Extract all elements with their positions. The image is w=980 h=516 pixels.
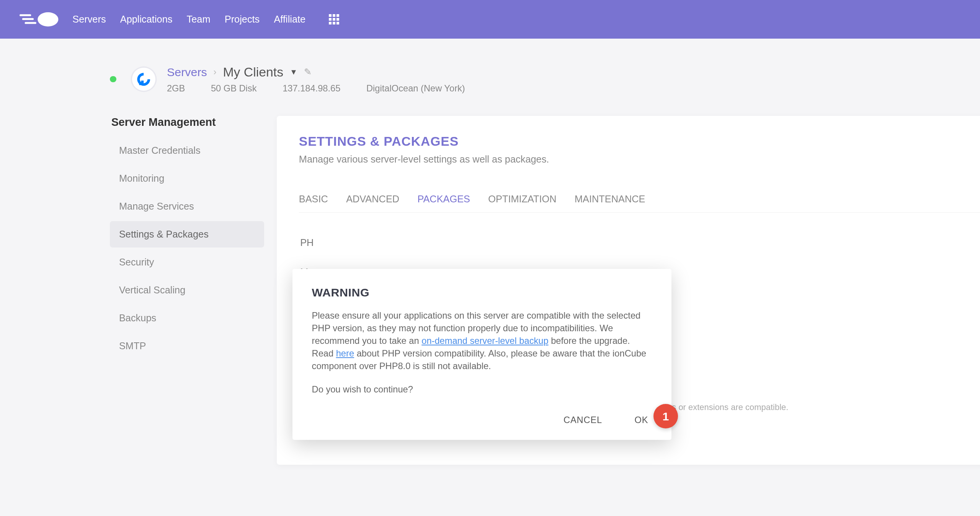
apps-grid-icon[interactable] xyxy=(329,14,339,24)
provider-logo xyxy=(132,68,155,91)
sidebar-title: Server Management xyxy=(110,116,264,129)
panel-title: SETTINGS & PACKAGES xyxy=(299,134,549,149)
here-link[interactable]: here xyxy=(336,348,354,358)
svg-rect-2 xyxy=(24,22,36,24)
cancel-button[interactable]: CANCEL xyxy=(564,415,602,425)
server-ip: 137.184.98.65 xyxy=(283,83,340,94)
svg-point-3 xyxy=(38,12,58,26)
modal-body: Please ensure all your applications on t… xyxy=(312,309,652,373)
tab[interactable]: OPTIMIZATION xyxy=(488,186,556,212)
status-indicator xyxy=(110,76,116,83)
sidebar-item[interactable]: SMTP xyxy=(110,333,264,360)
svg-rect-13 xyxy=(139,83,141,85)
server-header: Servers › My Clients ▼ ✎ 2GB 50 GB Disk … xyxy=(110,65,980,94)
sidebar-item[interactable]: Master Credentials xyxy=(110,137,264,164)
server-name: My Clients xyxy=(223,65,283,80)
tab[interactable]: ADVANCED xyxy=(346,186,399,212)
backup-link[interactable]: on-demand server-level backup xyxy=(421,336,548,346)
logo[interactable] xyxy=(20,10,60,28)
server-ram: 2GB xyxy=(167,83,185,94)
main-nav: Servers Applications Team Projects Affil… xyxy=(72,14,305,25)
edit-icon[interactable]: ✎ xyxy=(304,67,312,77)
warning-modal: WARNING Please ensure all your applicati… xyxy=(292,269,671,440)
sidebar-item[interactable]: Settings & Packages xyxy=(110,221,264,248)
server-provider: DigitalOcean (New York) xyxy=(366,83,465,94)
nav-servers[interactable]: Servers xyxy=(72,14,106,25)
topbar: Servers Applications Team Projects Affil… xyxy=(0,0,980,39)
nav-affiliate[interactable]: Affiliate xyxy=(274,14,305,25)
nav-applications[interactable]: Applications xyxy=(120,14,173,25)
sidebar-item[interactable]: Security xyxy=(110,249,264,276)
sidebar-item[interactable]: Vertical Scaling xyxy=(110,277,264,304)
breadcrumb-separator: › xyxy=(214,67,217,77)
modal-heading: WARNING xyxy=(312,286,652,299)
package-row: PH xyxy=(299,228,980,257)
tab[interactable]: PACKAGES xyxy=(417,186,470,212)
nav-projects[interactable]: Projects xyxy=(225,14,260,25)
sidebar-item[interactable]: Backups xyxy=(110,305,264,332)
package-label: PH xyxy=(300,237,430,248)
sidebar: Server Management Master CredentialsMoni… xyxy=(110,116,264,361)
server-dropdown-icon[interactable]: ▼ xyxy=(290,68,297,77)
panel-subtitle: Manage various server-level settings as … xyxy=(299,154,549,165)
svg-rect-1 xyxy=(22,18,33,20)
server-disk: 50 GB Disk xyxy=(211,83,257,94)
svg-rect-0 xyxy=(20,14,31,16)
tabs: BASICADVANCEDPACKAGESOPTIMIZATIONMAINTEN… xyxy=(299,186,980,213)
ok-button[interactable]: OK xyxy=(635,415,648,425)
sidebar-item[interactable]: Manage Services xyxy=(110,193,264,220)
svg-rect-12 xyxy=(141,80,144,83)
sidebar-item[interactable]: Monitoring xyxy=(110,165,264,192)
modal-confirm-text: Do you wish to continue? xyxy=(312,383,652,396)
tab[interactable]: BASIC xyxy=(299,186,328,212)
nav-team[interactable]: Team xyxy=(187,14,211,25)
breadcrumb-root[interactable]: Servers xyxy=(167,65,207,79)
tab[interactable]: MAINTENANCE xyxy=(575,186,645,212)
